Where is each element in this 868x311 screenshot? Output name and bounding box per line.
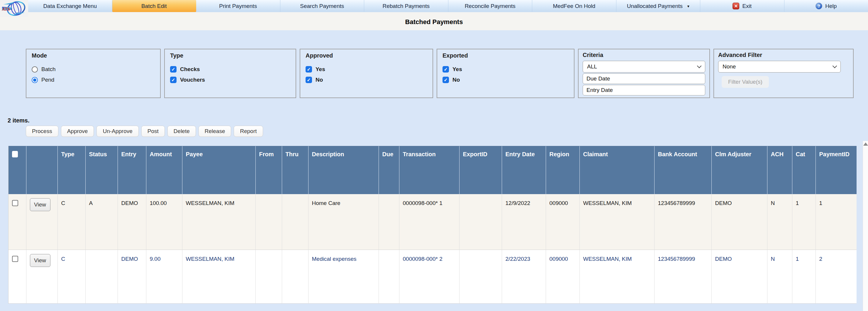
chevron-down-icon <box>833 63 837 68</box>
panel-title: Mode <box>32 52 155 59</box>
header-from[interactable]: From <box>255 146 282 194</box>
panel-mode: Mode Batch Pend <box>26 49 161 98</box>
advanced-filter-select[interactable]: None <box>718 61 841 73</box>
checkbox-label: Yes <box>315 66 325 73</box>
criteria-select[interactable]: ALL <box>583 61 705 73</box>
cell-clm-adjuster: DEMO <box>711 194 767 250</box>
nav-rebatch-payments[interactable]: Rebatch Payments <box>364 0 448 12</box>
nav-label: Print Payments <box>219 3 257 9</box>
checkbox-checks[interactable]: ✓ Checks <box>170 66 290 73</box>
entry-date-input[interactable] <box>583 85 705 95</box>
radio-batch[interactable]: Batch <box>32 66 155 73</box>
cell-claimant: WESSELMAN, KIM <box>580 194 654 250</box>
process-button[interactable]: Process <box>26 126 58 137</box>
checkbox-approved-yes[interactable]: ✓ Yes <box>306 66 427 73</box>
header-status[interactable]: Status <box>85 146 118 194</box>
cell-type: C <box>58 194 85 250</box>
cell-type: C <box>58 250 85 304</box>
checkbox-exported-yes[interactable]: ✓ Yes <box>442 66 568 73</box>
header-entry[interactable]: Entry <box>118 146 146 194</box>
view-button[interactable]: View <box>30 254 51 267</box>
cell-claimant: WESSELMAN, KIM <box>580 250 654 304</box>
table-row: View C DEMO 9.00 WESSELMAN, KIM Medical … <box>8 250 857 304</box>
header-bank-account[interactable]: Bank Account <box>654 146 711 194</box>
header-payee[interactable]: Payee <box>182 146 255 194</box>
header-type[interactable]: Type <box>58 146 85 194</box>
nav-label: Reconcile Payments <box>465 3 516 9</box>
select-all-checkbox[interactable] <box>12 151 18 158</box>
vertical-scrollbar[interactable] <box>863 141 868 311</box>
header-due[interactable]: Due <box>379 146 399 194</box>
cell-thru <box>282 194 308 250</box>
header-thru[interactable]: Thru <box>282 146 308 194</box>
header-claimant[interactable]: Claimant <box>580 146 654 194</box>
post-button[interactable]: Post <box>141 126 165 137</box>
header-paymentid[interactable]: PaymentID <box>815 146 857 194</box>
radio-icon <box>32 66 38 73</box>
ats-logo-icon: ATS <box>1 1 27 16</box>
filter-panels: Mode Batch Pend Type ✓ Checks ✓ Vouchers <box>26 49 858 98</box>
nav-unallocated-payments[interactable]: Unallocated Payments ▾ <box>616 0 701 12</box>
cell-description: Home Care <box>308 194 379 250</box>
nav-data-exchange-menu[interactable]: Data Exchange Menu <box>28 0 112 12</box>
cell-clm-adjuster: DEMO <box>711 250 767 304</box>
checkbox-checked-icon: ✓ <box>170 66 177 73</box>
cell-due <box>379 194 399 250</box>
header-clm-adjuster[interactable]: Clm Adjuster <box>711 146 767 194</box>
scroll-up-icon[interactable] <box>863 142 868 146</box>
checkbox-exported-no[interactable]: ✓ No <box>442 77 568 83</box>
checkbox-checked-icon: ✓ <box>442 66 449 73</box>
header-entry-date[interactable]: Entry Date <box>502 146 546 194</box>
release-button[interactable]: Release <box>198 126 231 137</box>
cell-entry: DEMO <box>118 194 146 250</box>
select-value: None <box>722 63 736 70</box>
cell-status <box>85 250 118 304</box>
due-date-input[interactable] <box>583 74 705 84</box>
cell-cat: 1 <box>792 250 815 304</box>
nav-print-payments[interactable]: Print Payments <box>196 0 280 12</box>
nav-help[interactable]: ? Help <box>784 0 868 12</box>
nav-label: Exit <box>742 3 752 9</box>
cell-ach: N <box>767 250 792 304</box>
header-select-all-cell <box>8 146 26 194</box>
cell-exportid <box>459 250 502 304</box>
un-approve-button[interactable]: Un-Approve <box>96 126 138 137</box>
header-description[interactable]: Description <box>308 146 379 194</box>
radio-pend[interactable]: Pend <box>32 77 155 83</box>
top-navbar: Data Exchange Menu Batch Edit Print Paym… <box>0 0 868 12</box>
panel-advanced-filter: Advanced Filter None Filter Value(s) <box>713 49 854 98</box>
view-button[interactable]: View <box>30 198 51 211</box>
checkbox-label: Checks <box>180 66 200 73</box>
cell-description: Medical expenses <box>308 250 379 304</box>
panel-approved: Approved ✓ Yes ✓ No <box>300 49 433 98</box>
cell-payee: WESSELMAN, KIM <box>182 250 255 304</box>
checkbox-checked-icon: ✓ <box>442 77 449 83</box>
filter-values-button[interactable]: Filter Value(s) <box>722 76 769 88</box>
cell-entry-date: 12/9/2022 <box>502 194 546 250</box>
header-ach[interactable]: ACH <box>767 146 792 194</box>
nav-batch-edit[interactable]: Batch Edit <box>112 0 196 12</box>
approve-button[interactable]: Approve <box>61 126 94 137</box>
header-exportid[interactable]: ExportID <box>459 146 502 194</box>
report-button[interactable]: Report <box>234 126 263 137</box>
nav-medfee-on-hold[interactable]: MedFee On Hold <box>532 0 616 12</box>
header-cat[interactable]: Cat <box>792 146 815 194</box>
row-checkbox[interactable] <box>12 200 18 206</box>
header-transaction[interactable]: Transaction <box>399 146 459 194</box>
nav-search-payments[interactable]: Search Payments <box>280 0 365 12</box>
nav-exit[interactable]: ✕ Exit <box>700 0 784 12</box>
title-band: Batched Payments <box>0 12 868 30</box>
cell-cat: 1 <box>792 194 815 250</box>
cell-region: 009000 <box>546 194 580 250</box>
nav-items: Data Exchange Menu Batch Edit Print Paym… <box>28 0 868 12</box>
app-logo: ATS <box>0 0 28 17</box>
header-amount[interactable]: Amount <box>146 146 182 194</box>
checkbox-approved-no[interactable]: ✓ No <box>306 77 427 83</box>
header-region[interactable]: Region <box>546 146 580 194</box>
checkbox-vouchers[interactable]: ✓ Vouchers <box>170 77 290 83</box>
row-checkbox[interactable] <box>12 256 18 262</box>
cell-exportid <box>459 194 502 250</box>
delete-button[interactable]: Delete <box>167 126 196 137</box>
nav-label: Batch Edit <box>141 3 167 9</box>
nav-reconcile-payments[interactable]: Reconcile Payments <box>448 0 532 12</box>
